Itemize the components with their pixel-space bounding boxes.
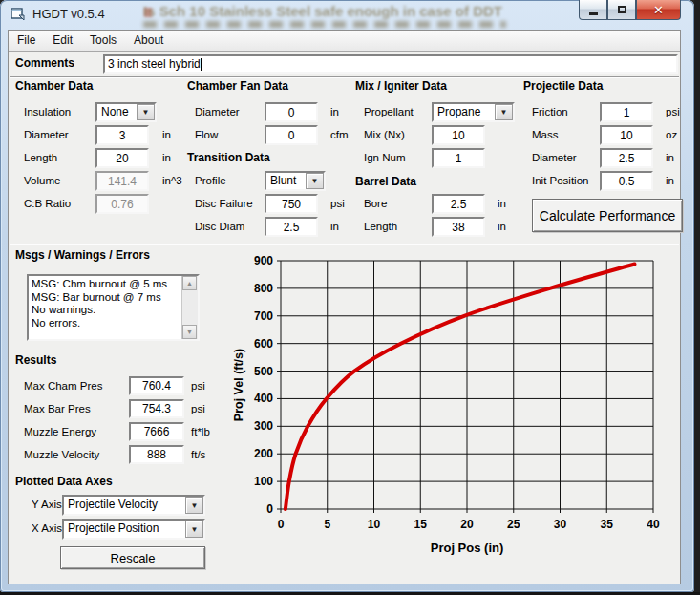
scroll-up-icon[interactable]: ▲	[182, 276, 197, 290]
muzzle-energy-field[interactable]: 7666	[129, 422, 184, 441]
svg-text:35: 35	[601, 518, 614, 531]
disc-failure-label: Disc Failure	[195, 198, 253, 209]
close-button[interactable]: ✕	[636, 0, 681, 20]
muzzle-velocity-field[interactable]: 888	[129, 445, 184, 464]
mass-input[interactable]: 10	[600, 125, 653, 145]
max-cham-pres-label: Max Cham Pres	[24, 380, 102, 392]
menu-about[interactable]: About	[125, 31, 172, 51]
bore-unit: in	[498, 198, 506, 209]
comments-input[interactable]: 3 inch steel hybrid	[103, 54, 678, 74]
scroll-down-icon[interactable]: ▼	[182, 325, 197, 339]
max-bar-pres-unit: psi	[191, 403, 205, 414]
disc-diam-input[interactable]: 2.5	[265, 217, 318, 237]
max-bar-pres-field[interactable]: 754.3	[129, 399, 184, 418]
chamber-data-heading: Chamber Data	[15, 79, 93, 93]
chamber-diameter-unit: in	[162, 129, 171, 140]
chamber-volume-unit: in^3	[162, 175, 182, 186]
calculate-performance-button[interactable]: Calculate Performance	[532, 199, 683, 232]
friction-label: Friction	[532, 106, 568, 117]
svg-text:400: 400	[254, 392, 273, 405]
muzzle-energy-unit: ft*lb	[191, 426, 210, 437]
svg-text:200: 200	[254, 447, 273, 460]
text-caret	[201, 58, 202, 71]
fan-flow-input[interactable]: 0	[265, 125, 318, 145]
screen: HGDT v0.5.4 Is Sch 10 Stainless Steel sa…	[0, 0, 700, 595]
y-axis-select[interactable]: Projectile Velocity ▼	[62, 495, 205, 516]
mix-label: Mix (Nx)	[364, 129, 405, 140]
y-axis-label: Y Axis	[32, 499, 62, 510]
friction-input[interactable]: 1	[600, 102, 653, 122]
chevron-down-icon[interactable]: ▼	[185, 521, 203, 538]
proj-diameter-unit: in	[666, 152, 674, 163]
svg-text:600: 600	[254, 337, 273, 351]
chamber-diameter-input[interactable]: 3	[95, 125, 149, 145]
chamber-volume-label: Volume	[24, 175, 60, 186]
svg-text:15: 15	[414, 518, 428, 531]
svg-text:Proj Vel (ft/s): Proj Vel (ft/s)	[232, 349, 245, 421]
svg-text:5: 5	[324, 518, 330, 531]
fan-diameter-label: Diameter	[195, 106, 240, 117]
ign-num-input[interactable]: 1	[432, 148, 485, 168]
chamber-length-input[interactable]: 20	[95, 148, 149, 168]
svg-text:500: 500	[254, 365, 273, 378]
disc-failure-input[interactable]: 750	[265, 194, 318, 214]
muzzle-velocity-unit: ft/s	[191, 449, 205, 460]
svg-text:900: 900	[254, 254, 273, 267]
window-title: HGDT v0.5.4	[32, 7, 105, 21]
maximize-icon	[618, 6, 626, 13]
menu-file[interactable]: File	[9, 31, 44, 51]
svg-text:700: 700	[254, 309, 273, 323]
insulation-select[interactable]: None ▼	[95, 102, 157, 122]
chevron-down-icon[interactable]: ▼	[495, 104, 513, 120]
init-position-input[interactable]: 0.5	[600, 171, 653, 191]
mix-input[interactable]: 10	[432, 125, 485, 145]
comments-label: Comments	[15, 56, 74, 70]
disc-failure-unit: psi	[330, 198, 345, 209]
chamber-volume-field: 141.4	[95, 171, 149, 191]
menu-edit[interactable]: Edit	[44, 31, 81, 51]
title-bar[interactable]: HGDT v0.5.4 Is Sch 10 Stainless Steel sa…	[0, 0, 694, 30]
app-window: HGDT v0.5.4 Is Sch 10 Stainless Steel sa…	[0, 0, 694, 592]
svg-text:100: 100	[254, 475, 273, 488]
velocity-position-chart: 0100200300400500600700800900051015202530…	[229, 254, 680, 583]
mass-label: Mass	[532, 129, 558, 140]
divider-middle	[10, 244, 679, 245]
muzzle-velocity-label: Muzzle Velocity	[24, 449, 99, 460]
menu-tools[interactable]: Tools	[81, 31, 125, 51]
proj-diameter-input[interactable]: 2.5	[600, 148, 653, 168]
init-position-unit: in	[666, 175, 674, 186]
x-axis-select[interactable]: Projectile Position ▼	[62, 519, 205, 540]
minimize-button[interactable]	[579, 0, 607, 20]
svg-text:800: 800	[254, 282, 273, 295]
max-cham-pres-unit: psi	[191, 380, 205, 392]
barrel-length-label: Length	[364, 221, 397, 232]
chevron-down-icon[interactable]: ▼	[137, 104, 155, 120]
profile-label: Profile	[195, 175, 226, 186]
svg-text:10: 10	[368, 518, 381, 531]
chevron-down-icon[interactable]: ▼	[185, 497, 203, 514]
max-cham-pres-field[interactable]: 760.4	[129, 376, 184, 395]
chamber-length-unit: in	[162, 152, 171, 163]
bore-input[interactable]: 2.5	[432, 194, 485, 214]
messages-listbox[interactable]: MSG: Chm burnout @ 5 ms MSG: Bar burnout…	[27, 274, 200, 341]
barrel-length-input[interactable]: 38	[432, 217, 485, 237]
chamber-length-label: Length	[24, 152, 57, 163]
fan-flow-unit: cfm	[330, 129, 349, 140]
background-ghost-text-line2	[143, 21, 506, 28]
maximize-button[interactable]	[607, 0, 636, 20]
rescale-button[interactable]: Rescale	[60, 546, 205, 569]
fan-diameter-input[interactable]: 0	[265, 102, 318, 122]
chevron-down-icon[interactable]: ▼	[306, 173, 324, 189]
cb-ratio-label: C:B Ratio	[24, 198, 71, 209]
scrollbar[interactable]: ▲ ▼	[181, 276, 198, 339]
disc-diam-unit: in	[330, 221, 339, 232]
messages-heading: Msgs / Warnings / Errors	[15, 248, 150, 262]
proj-diameter-label: Diameter	[532, 152, 577, 163]
chart-canvas: 0100200300400500600700800900051015202530…	[229, 254, 680, 583]
max-bar-pres-label: Max Bar Pres	[24, 403, 91, 414]
message-line: MSG: Chm burnout @ 5 ms	[32, 278, 180, 291]
projectile-heading: Projectile Data	[523, 79, 603, 93]
profile-select[interactable]: Blunt ▼	[265, 171, 326, 191]
ign-num-label: Ign Num	[364, 152, 405, 163]
propellant-select[interactable]: Propane ▼	[432, 102, 515, 122]
